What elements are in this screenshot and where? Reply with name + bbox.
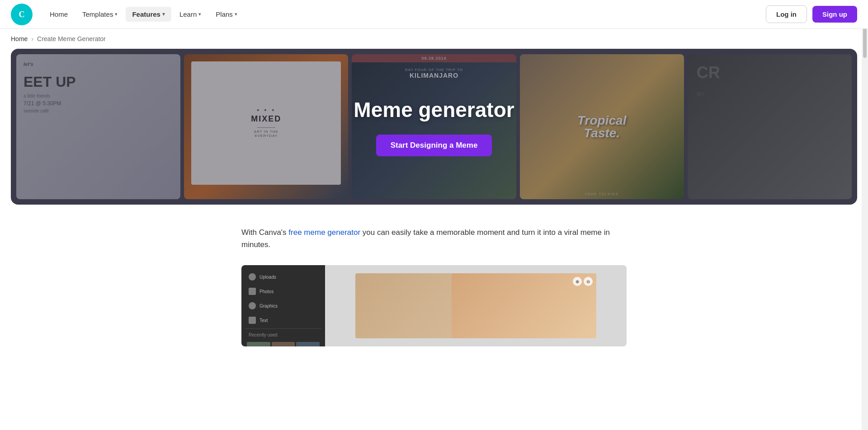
preview-section: Uploads Photos Graphics Text Recently us… [231, 265, 637, 346]
login-button[interactable]: Log in [766, 5, 807, 23]
chevron-down-icon: ▾ [235, 11, 237, 17]
text-icon [249, 317, 256, 324]
hero-card-3: 09.28.2014 DAY FOUR OF THE TRIP TOKILIMA… [352, 54, 516, 199]
svg-text:C: C [19, 9, 24, 19]
sidebar-photos: Photos [245, 285, 321, 298]
nav-learn[interactable]: Learn ▾ [173, 7, 208, 22]
canvas-toolbar: ⊕ ⊖ [573, 277, 593, 286]
canvas-content: ⊕ ⊖ [355, 273, 597, 338]
graphics-icon [249, 302, 256, 309]
start-designing-button[interactable]: Start Designing a Meme [376, 135, 492, 156]
chevron-down-icon: ▾ [198, 11, 201, 17]
signup-button[interactable]: Sign up [812, 6, 857, 23]
zoom-out-icon: ⊖ [584, 277, 593, 286]
nav-links: Home Templates ▾ Features ▾ Learn ▾ Plan… [43, 7, 766, 22]
chevron-down-icon: ▾ [162, 11, 165, 17]
editor-preview: Uploads Photos Graphics Text Recently us… [241, 265, 627, 346]
hero-card-2: ✦ ✦ ✦ MIXED ART IN THEEVERYDAY [184, 54, 348, 199]
logo[interactable]: C [11, 4, 33, 25]
photo-icon [249, 288, 256, 295]
nav-features[interactable]: Features ▾ [126, 7, 171, 22]
upload-icon [249, 273, 256, 280]
breadcrumb: Home › Create Meme Generator [0, 29, 868, 49]
nav-actions: Log in Sign up [766, 5, 857, 23]
nav-templates[interactable]: Templates ▾ [76, 7, 124, 22]
hero-card-5: CR wi... [688, 54, 852, 199]
sidebar-uploads: Uploads [245, 271, 321, 283]
hero-card-1: let's EET UP a little friends 7/21 @ 5:3… [16, 54, 180, 199]
main-content: With Canva's free meme generator you can… [231, 226, 637, 251]
breadcrumb-current: Create Meme Generator [37, 35, 106, 42]
description-before: With Canva's [241, 228, 288, 237]
chevron-down-icon: ▾ [115, 11, 118, 17]
hero-title: Meme generator [354, 98, 514, 122]
recently-used-grid [245, 340, 321, 346]
hero-background: let's EET UP a little friends 7/21 @ 5:3… [11, 49, 857, 205]
meme-generator-link[interactable]: free meme generator [288, 228, 360, 237]
nav-home[interactable]: Home [43, 7, 74, 22]
sidebar-graphics: Graphics [245, 299, 321, 312]
navbar: C Home Templates ▾ Features ▾ Learn ▾ Pl… [0, 0, 868, 29]
sidebar-text: Text [245, 314, 321, 327]
description-text: With Canva's free meme generator you can… [241, 226, 627, 251]
breadcrumb-home[interactable]: Home [11, 35, 28, 42]
hero-section: let's EET UP a little friends 7/21 @ 5:3… [11, 49, 857, 205]
breadcrumb-separator: › [31, 35, 33, 42]
hero-card-4: TropicalTaste. JOHN TOLKIEN [520, 54, 684, 199]
zoom-in-icon: ⊕ [573, 277, 582, 286]
preview-sidebar: Uploads Photos Graphics Text Recently us… [241, 265, 325, 346]
scrollbar[interactable] [862, 0, 868, 346]
recently-used-label: Recently used [245, 331, 321, 339]
preview-canvas: ⊕ ⊖ [325, 265, 627, 346]
nav-plans[interactable]: Plans ▾ [209, 7, 244, 22]
